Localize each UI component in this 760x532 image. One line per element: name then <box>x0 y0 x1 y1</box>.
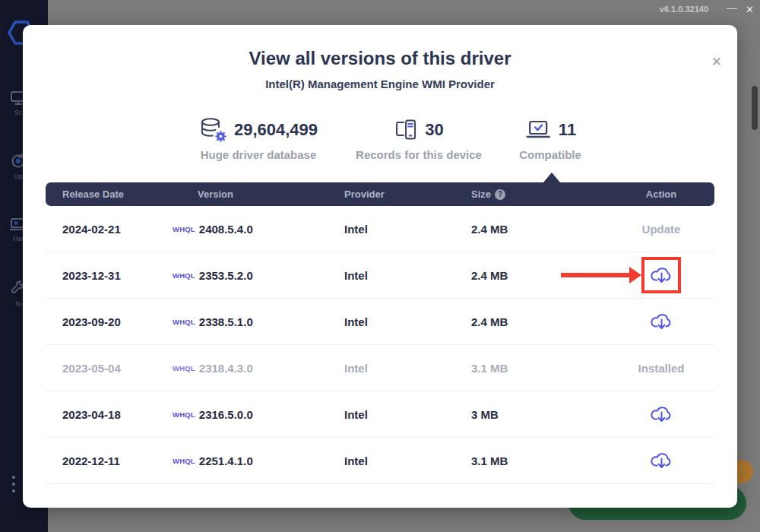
download-button[interactable] <box>641 303 681 340</box>
download-button[interactable] <box>641 442 681 479</box>
table-caret <box>543 173 560 182</box>
scrollbar-thumb[interactable] <box>752 86 758 130</box>
size-value: 3.1 MB <box>471 454 608 467</box>
stat-value: 11 <box>559 120 576 140</box>
version-value: 2408.5.4.0 <box>199 223 253 236</box>
size-value: 2.4 MB <box>471 223 608 236</box>
column-action: Action <box>608 188 714 200</box>
whql-badge: WHQL <box>173 271 195 280</box>
release-date: 2022-12-11 <box>46 454 173 467</box>
provider-value: Intel <box>344 454 471 467</box>
whql-badge: WHQL <box>173 318 195 326</box>
provider-value: Intel <box>344 269 471 282</box>
provider-value: Intel <box>344 315 471 328</box>
table-row: 2023-04-18 WHQL 2316.5.0.0 Intel 3 MB <box>46 391 714 438</box>
version-cell: WHQL 2338.5.1.0 <box>173 315 344 328</box>
version-value: 2251.4.1.0 <box>199 454 253 467</box>
column-version: Version <box>173 188 344 200</box>
stat-value: 29,604,499 <box>234 120 318 140</box>
column-provider: Provider <box>344 188 471 200</box>
gear-accent <box>215 131 226 142</box>
column-size: Size ? <box>471 188 608 200</box>
column-release-date: Release Date <box>46 188 173 200</box>
action-text: Installed <box>638 362 685 375</box>
table-body: 2024-02-21 WHQL 2408.5.4.0 Intel 2.4 MB … <box>46 206 714 484</box>
whql-badge: WHQL <box>173 457 195 465</box>
action-cell: Installed <box>608 362 714 375</box>
laptop-check-icon <box>524 119 552 141</box>
version-cell: WHQL 2353.5.2.0 <box>173 269 344 282</box>
provider-value: Intel <box>344 223 471 236</box>
sidebar-menu-dots[interactable] <box>12 476 15 492</box>
version-value: 2353.5.2.0 <box>199 269 253 282</box>
release-date: 2023-12-31 <box>46 269 173 282</box>
size-help-icon[interactable]: ? <box>495 189 505 200</box>
version-value: 2318.4.3.0 <box>199 362 253 375</box>
size-value: 3 MB <box>471 408 608 421</box>
action-cell <box>608 303 714 340</box>
stat-value: 30 <box>425 120 443 140</box>
version-value: 2338.5.1.0 <box>199 315 253 328</box>
cloud-download-icon <box>650 451 673 471</box>
cloud-download-icon <box>650 265 673 286</box>
version-cell: WHQL 2316.5.0.0 <box>173 408 344 421</box>
dialog-title: View all versions of this driver <box>23 48 737 69</box>
stat-compatible: 11 Compatible <box>519 115 581 161</box>
release-date: 2023-09-20 <box>46 315 173 328</box>
release-date: 2023-04-18 <box>46 408 173 421</box>
cloud-download-icon <box>650 404 673 425</box>
action-text[interactable]: Update <box>642 223 681 236</box>
action-cell: Update <box>608 223 714 236</box>
whql-badge: WHQL <box>173 225 195 233</box>
driver-versions-dialog: ✕ View all versions of this driver Intel… <box>23 25 737 508</box>
app-version: v6.1.0.32140 <box>660 5 708 14</box>
release-date: 2023-05-04 <box>46 362 173 375</box>
devices-icon <box>394 119 418 141</box>
size-value: 2.4 MB <box>471 315 608 328</box>
annotation-arrow <box>561 267 641 283</box>
stat-label: Huge driver database <box>199 148 318 161</box>
stat-label: Compatible <box>519 148 581 161</box>
table-header: Release Date Version Provider Size ? Act… <box>46 182 714 206</box>
minimize-button[interactable]: — <box>727 2 737 14</box>
action-cell <box>608 442 714 479</box>
release-date: 2024-02-21 <box>46 223 173 236</box>
whql-badge: WHQL <box>173 410 195 419</box>
version-value: 2316.5.0.0 <box>199 408 253 421</box>
size-value: 3.1 MB <box>471 362 608 375</box>
provider-value: Intel <box>344 362 471 375</box>
table-row: 2024-02-21 WHQL 2408.5.4.0 Intel 2.4 MB … <box>46 206 714 252</box>
version-cell: WHQL 2318.4.3.0 <box>173 362 344 375</box>
stat-records: 30 Records for this device <box>356 115 482 161</box>
cloud-download-icon <box>650 312 673 332</box>
window-close-button[interactable]: ✕ <box>746 4 754 15</box>
version-cell: WHQL 2251.4.1.0 <box>173 454 344 467</box>
titlebar: v6.1.0.32140 — ✕ <box>48 0 760 21</box>
table-row: 2023-12-31 WHQL 2353.5.2.0 Intel 2.4 MB <box>46 252 714 299</box>
version-cell: WHQL 2408.5.4.0 <box>173 223 344 236</box>
table-row: 2023-09-20 WHQL 2338.5.1.0 Intel 2.4 MB <box>46 299 714 345</box>
action-cell <box>608 396 714 432</box>
driver-name: Intel(R) Management Engine WMI Provider <box>23 78 737 90</box>
dialog-close-icon[interactable]: ✕ <box>711 55 722 68</box>
download-button[interactable] <box>641 396 681 432</box>
whql-badge: WHQL <box>173 364 195 372</box>
download-button[interactable] <box>641 257 681 293</box>
table-row: 2023-05-04 WHQL 2318.4.3.0 Intel 3.1 MB … <box>46 345 714 391</box>
table-row: 2022-12-11 WHQL 2251.4.1.0 Intel 3.1 MB <box>46 438 714 484</box>
stat-label: Records for this device <box>356 148 482 161</box>
stat-driver-database: 29,604,499 Huge driver database <box>199 115 318 161</box>
provider-value: Intel <box>344 408 471 421</box>
driver-versions-table: Release Date Version Provider Size ? Act… <box>46 182 714 484</box>
database-gear-icon <box>199 116 227 144</box>
